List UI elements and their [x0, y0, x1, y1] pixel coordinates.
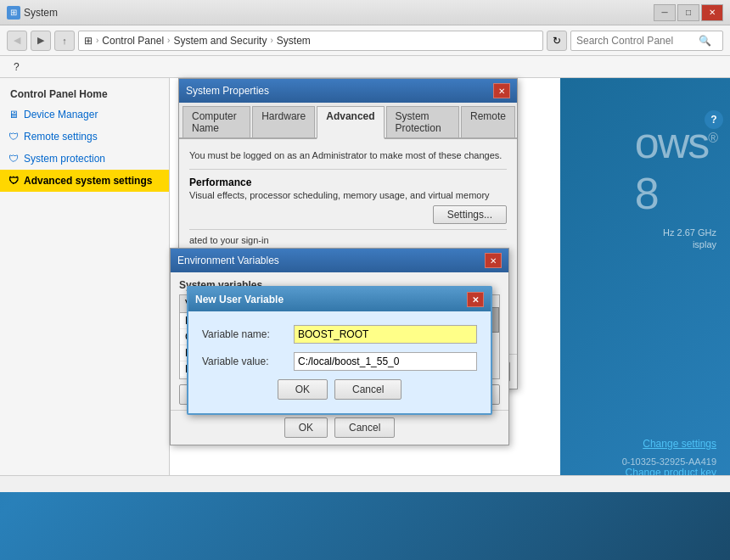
new-var-cancel-button[interactable]: Cancel [334, 379, 402, 400]
new-var-close-button[interactable]: ✕ [467, 292, 484, 307]
tab-hardware[interactable]: Hardware [252, 106, 315, 137]
search-box[interactable]: 🔍 [570, 31, 723, 51]
win8-registered: ® [708, 131, 716, 145]
win8-processor-info: Hz 2.67 GHz [663, 227, 716, 238]
refresh-button[interactable]: ↻ [547, 31, 567, 51]
remote-settings-icon: 🛡 [7, 130, 20, 143]
env-vars-cancel-button[interactable]: Cancel [334, 417, 395, 438]
path-system-security[interactable]: System and Security [173, 35, 267, 47]
up-button[interactable]: ↑ [54, 31, 75, 51]
new-var-title-text: New User Variable [195, 294, 284, 305]
tab-computer-name[interactable]: Computer Name [182, 106, 250, 137]
change-settings-link[interactable]: Change settings [643, 438, 716, 450]
search-icon: 🔍 [699, 35, 711, 47]
performance-header: Performance [189, 176, 507, 188]
var-value-input[interactable] [294, 352, 477, 371]
tab-system-protection[interactable]: System Protection [386, 106, 459, 137]
system-props-tabs: Computer Name Hardware Advanced System P… [179, 103, 517, 139]
performance-settings-button[interactable]: Settings... [433, 205, 507, 224]
content-area: Control Panel Home 🖥 Device Manager 🛡 Re… [0, 78, 730, 492]
nav-bar: ◀ ▶ ↑ ⊞ › Control Panel › System and Sec… [0, 25, 730, 56]
help-toolbar-button[interactable]: ? [7, 58, 26, 76]
sidebar-header: Control Panel Home [0, 85, 169, 104]
performance-desc: Visual effects, processor scheduling, me… [189, 190, 507, 200]
path-sep-1: › [96, 36, 98, 45]
env-vars-close-button[interactable]: ✕ [485, 253, 502, 268]
win8-branding-panel: ows® 8 Hz 2.67 GHz isplay Change setting… [560, 78, 730, 492]
sidebar-label-device-manager: Device Manager [24, 109, 98, 120]
maximize-button[interactable]: □ [677, 4, 699, 21]
help-button[interactable]: ? [705, 110, 723, 129]
title-bar-title: System [24, 7, 58, 19]
env-vars-controls: ✕ [485, 253, 502, 268]
sidebar-item-system-protection[interactable]: 🛡 System protection [0, 148, 169, 170]
var-name-row: Variable name: [202, 325, 477, 344]
sidebar-label-system-protection: System protection [24, 153, 105, 165]
new-var-content: Variable name: Variable value: OK Cancel [188, 311, 491, 413]
title-bar-left: ⊞ System [7, 6, 58, 20]
system-props-close-button[interactable]: ✕ [493, 83, 510, 98]
sidebar-item-remote-settings[interactable]: 🛡 Remote settings [0, 126, 169, 148]
search-input[interactable] [576, 35, 695, 47]
system-window: ⊞ System ─ □ ✕ ◀ ▶ ↑ ⊞ › Control Panel ›… [0, 0, 730, 492]
status-bar [0, 475, 730, 492]
win8-logo-text: ows® 8 [635, 117, 716, 219]
system-props-title-bar: System Properties ✕ [179, 79, 517, 103]
win8-number: 8 [635, 169, 658, 218]
var-name-input[interactable] [294, 325, 477, 344]
admin-note: You must be logged on as an Administrato… [189, 149, 507, 162]
sidebar: Control Panel Home 🖥 Device Manager 🛡 Re… [0, 78, 170, 492]
back-button[interactable]: ◀ [7, 31, 27, 51]
system-props-title: System Properties [186, 85, 269, 97]
separator-2 [189, 229, 507, 230]
env-vars-footer: OK Cancel [171, 410, 508, 445]
env-vars-ok-button[interactable]: OK [284, 417, 328, 438]
sidebar-label-advanced-settings: Advanced system settings [24, 175, 152, 187]
new-var-ok-button[interactable]: OK [278, 379, 328, 400]
sidebar-item-advanced-settings[interactable]: 🛡 Advanced system settings [0, 170, 169, 192]
address-bar[interactable]: ⊞ › Control Panel › System and Security … [78, 31, 543, 51]
win8-display-info: isplay [693, 239, 716, 249]
new-user-variable-dialog: New User Variable ✕ Variable name: Varia… [187, 286, 492, 415]
path-sep-2: › [167, 36, 170, 45]
system-protection-icon: 🛡 [7, 152, 20, 165]
sidebar-label-remote-settings: Remote settings [24, 131, 98, 143]
advanced-settings-icon: 🛡 [7, 174, 20, 188]
minimize-button[interactable]: ─ [654, 4, 676, 21]
new-var-title-bar: New User Variable ✕ [188, 288, 491, 311]
path-control-panel[interactable]: Control Panel [102, 35, 164, 47]
env-vars-title-bar: Environment Variables ✕ [171, 249, 508, 272]
new-var-buttons: OK Cancel [202, 379, 477, 400]
tab-advanced[interactable]: Advanced [317, 106, 384, 139]
path-system[interactable]: System [277, 35, 311, 47]
forward-button[interactable]: ▶ [31, 31, 51, 51]
system-props-controls: ✕ [493, 83, 510, 98]
toolbar: ? [0, 56, 730, 78]
product-id: 0-10325-32925-AA419 [622, 456, 716, 467]
userprofiles-desc: ated to your sign-in [189, 235, 507, 245]
win8-ows: ows [635, 118, 708, 167]
title-bar: ⊞ System ─ □ ✕ [0, 0, 730, 25]
path-sep-3: › [270, 36, 272, 45]
var-name-label: Variable name: [202, 328, 287, 340]
close-button[interactable]: ✕ [701, 4, 723, 21]
tab-remote[interactable]: Remote [461, 106, 515, 137]
title-bar-controls: ─ □ ✕ [654, 4, 723, 21]
var-value-row: Variable value: [202, 352, 477, 371]
nav-icon: ⊞ [84, 35, 93, 47]
device-manager-icon: 🖥 [7, 108, 20, 121]
sidebar-item-device-manager[interactable]: 🖥 Device Manager [0, 104, 169, 126]
separator-1 [189, 169, 507, 170]
system-window-icon: ⊞ [7, 6, 20, 20]
env-vars-title: Environment Variables [177, 255, 279, 266]
main-content: ows® 8 Hz 2.67 GHz isplay Change setting… [170, 78, 730, 492]
var-value-label: Variable value: [202, 356, 287, 367]
